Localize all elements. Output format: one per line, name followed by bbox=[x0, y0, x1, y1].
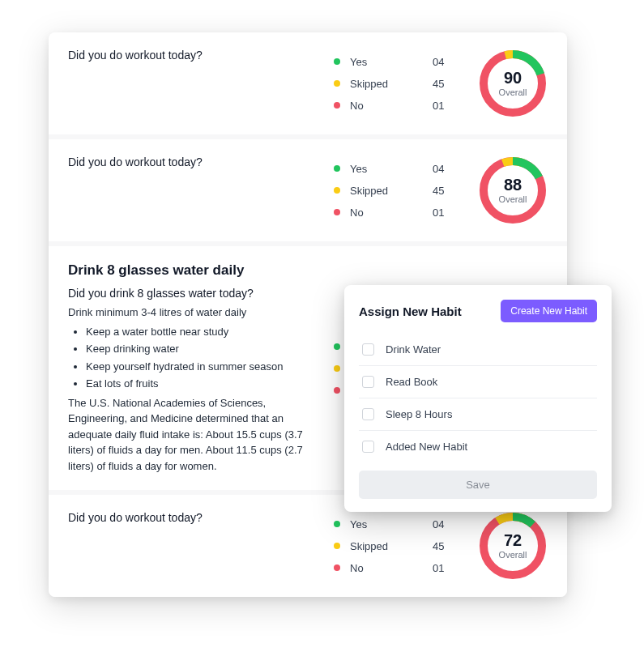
habit-stats: Yes 04 Skipped 45 No 01 bbox=[334, 56, 455, 112]
overall-donut: 90 Overall bbox=[478, 49, 548, 118]
dot-red-icon bbox=[334, 387, 340, 394]
habit-stats: Yes 04 Skipped 45 No 01 bbox=[334, 518, 455, 574]
habit-option[interactable]: Added New Habit bbox=[359, 431, 597, 462]
stat-no: No 01 bbox=[334, 562, 455, 574]
habit-left: Did you do workout today? bbox=[68, 155, 334, 225]
stat-label: Yes bbox=[350, 56, 433, 68]
habit-option[interactable]: Read Book bbox=[359, 366, 597, 398]
dot-green-icon bbox=[334, 58, 340, 65]
create-new-habit-button[interactable]: Create New Habit bbox=[501, 300, 597, 322]
stat-no: No 01 bbox=[334, 100, 455, 112]
habit-bullet: Keep yourself hydrated in summer season bbox=[86, 359, 321, 375]
stat-label: Skipped bbox=[350, 78, 433, 90]
overall-donut: 72 Overall bbox=[478, 511, 548, 581]
dot-green-icon bbox=[334, 343, 340, 350]
habit-desc-para: The U.S. National Academies of Sciences,… bbox=[68, 395, 321, 475]
donut-label: Overall bbox=[499, 87, 527, 97]
checkbox-icon[interactable] bbox=[362, 343, 374, 356]
modal-title: Assign New Habit bbox=[359, 305, 462, 318]
stat-value: 04 bbox=[433, 56, 455, 68]
habit-question: Did you drink 8 glasses water today? bbox=[68, 287, 321, 300]
dot-yellow-icon bbox=[334, 187, 340, 194]
stat-value: 45 bbox=[433, 78, 455, 90]
habit-option-label: Sleep 8 Hours bbox=[386, 408, 452, 420]
dot-red-icon bbox=[334, 209, 340, 215]
habit-question: Did you do workout today? bbox=[68, 49, 321, 62]
habit-right: Yes 04 Skipped 45 No 01 bbox=[334, 49, 548, 118]
habit-stats: Yes 04 Skipped 45 No 01 bbox=[334, 163, 455, 219]
donut-score: 88 bbox=[504, 177, 522, 193]
habit-question: Did you do workout today? bbox=[68, 511, 321, 524]
donut-score: 90 bbox=[504, 70, 522, 86]
dot-green-icon bbox=[334, 521, 340, 527]
stat-value: 04 bbox=[433, 163, 455, 175]
stat-value: 04 bbox=[433, 518, 455, 530]
stat-no: No 01 bbox=[334, 207, 455, 219]
overall-donut: 88 Overall bbox=[478, 155, 548, 225]
habit-right: Yes 04 Skipped 45 No 01 bbox=[334, 511, 548, 581]
checkbox-icon[interactable] bbox=[362, 441, 374, 453]
habit-bullets: Keep a water bottle near study Keep drin… bbox=[68, 324, 321, 392]
habit-title: Drink 8 glasses water daily bbox=[68, 262, 321, 279]
save-button[interactable]: Save bbox=[359, 471, 597, 499]
habit-option[interactable]: Sleep 8 Hours bbox=[359, 398, 597, 431]
stat-label: No bbox=[350, 207, 433, 219]
habit-option-label: Drink Water bbox=[386, 343, 441, 356]
habit-row: Did you do workout today? Yes 04 Skipped… bbox=[49, 139, 567, 241]
dot-green-icon bbox=[334, 165, 340, 172]
stat-skipped: Skipped 45 bbox=[334, 540, 455, 552]
stat-label: Yes bbox=[350, 163, 433, 175]
habit-left: Did you do workout today? bbox=[68, 511, 334, 581]
donut-score: 72 bbox=[504, 532, 522, 548]
stat-skipped: Skipped 45 bbox=[334, 185, 455, 197]
stat-label: Skipped bbox=[350, 185, 433, 197]
dot-yellow-icon bbox=[334, 543, 340, 549]
dot-red-icon bbox=[334, 102, 340, 109]
habit-description: Drink minimum 3-4 litres of water daily … bbox=[68, 305, 321, 474]
habit-left: Drink 8 glasses water daily Did you drin… bbox=[68, 262, 334, 474]
habit-option[interactable]: Drink Water bbox=[359, 334, 597, 366]
habit-row: Did you do workout today? Yes 04 Skipped… bbox=[49, 32, 567, 134]
checkbox-icon[interactable] bbox=[362, 376, 374, 388]
dot-red-icon bbox=[334, 564, 340, 571]
habit-bullet: Keep drinking water bbox=[86, 341, 321, 357]
assign-habit-modal: Assign New Habit Create New Habit Drink … bbox=[344, 285, 612, 512]
habit-question: Did you do workout today? bbox=[68, 155, 321, 168]
stat-skipped: Skipped 45 bbox=[334, 78, 455, 90]
stat-value: 45 bbox=[433, 185, 455, 197]
stat-value: 45 bbox=[433, 540, 455, 552]
habit-left: Did you do workout today? bbox=[68, 49, 334, 118]
stat-value: 01 bbox=[433, 562, 455, 574]
checkbox-icon[interactable] bbox=[362, 408, 374, 420]
stat-value: 01 bbox=[433, 207, 455, 219]
stat-label: No bbox=[350, 100, 433, 112]
stat-yes: Yes 04 bbox=[334, 56, 455, 68]
stat-yes: Yes 04 bbox=[334, 518, 455, 530]
stat-label: Skipped bbox=[350, 540, 433, 552]
stat-value: 01 bbox=[433, 100, 455, 112]
habit-bullet: Keep a water bottle near study bbox=[86, 324, 321, 340]
habit-option-label: Read Book bbox=[386, 376, 437, 388]
habit-desc-line: Drink minimum 3-4 litres of water daily bbox=[68, 305, 321, 321]
stat-label: Yes bbox=[350, 518, 433, 530]
habit-bullet: Eat lots of fruits bbox=[86, 376, 321, 392]
dot-yellow-icon bbox=[334, 365, 340, 372]
habit-option-label: Added New Habit bbox=[386, 441, 467, 453]
modal-header: Assign New Habit Create New Habit bbox=[359, 300, 597, 322]
donut-label: Overall bbox=[499, 550, 527, 560]
dot-yellow-icon bbox=[334, 80, 340, 87]
donut-label: Overall bbox=[499, 194, 527, 204]
habit-right: Yes 04 Skipped 45 No 01 bbox=[334, 155, 548, 225]
stat-yes: Yes 04 bbox=[334, 163, 455, 175]
stat-label: No bbox=[350, 562, 433, 574]
